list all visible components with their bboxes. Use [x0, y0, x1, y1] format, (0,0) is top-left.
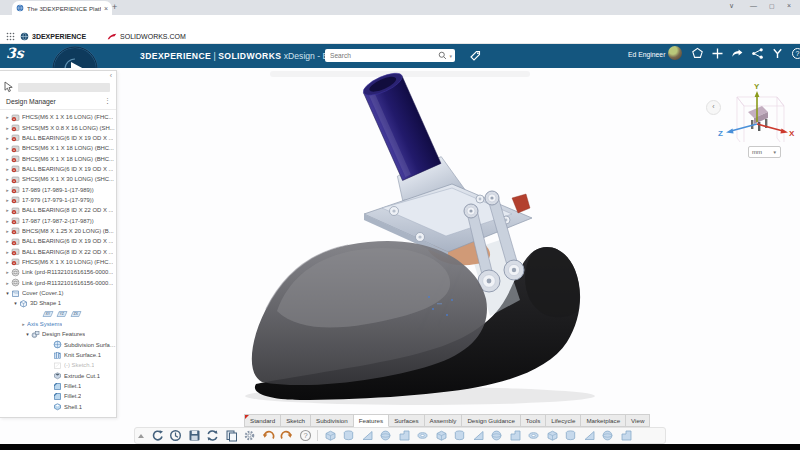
tree-item[interactable]: Shell.1: [0, 402, 117, 412]
tree-item[interactable]: Knit Surface.1: [0, 350, 117, 360]
shell-icon[interactable]: [527, 429, 540, 442]
bookmark-3dexperience[interactable]: 3DEXPERIENCE: [20, 32, 86, 41]
settings-icon[interactable]: [243, 429, 256, 442]
history-icon[interactable]: [169, 429, 182, 442]
ribbon-tab-features[interactable]: Features: [354, 414, 389, 427]
help-icon[interactable]: ?: [299, 429, 312, 442]
panel-menu-icon[interactable]: ⋮: [104, 97, 111, 105]
delete-face-icon[interactable]: [620, 429, 633, 442]
help-icon[interactable]: ?: [791, 47, 800, 60]
tree-item[interactable]: ▸17-987 (17-987-2-(17-987)): [0, 215, 117, 225]
ribbon-tab-subdivision[interactable]: Subdivision: [311, 414, 354, 427]
tree-item[interactable]: ▸BALL BEARING(6 ID X 19 OD X ...: [0, 164, 117, 174]
combine-icon[interactable]: [564, 429, 577, 442]
search-input[interactable]: [328, 51, 436, 60]
tree-item[interactable]: ▸17-979 (17-979-1-(17-979)): [0, 195, 117, 205]
draft-icon[interactable]: [546, 429, 559, 442]
tree-item[interactable]: ▸BALL BEARING(6 ID X 19 OD X ...: [0, 236, 117, 246]
new-tab-button[interactable]: +: [112, 2, 117, 12]
minimize-icon[interactable]: —: [750, 2, 757, 9]
tree-item[interactable]: ▸17-989 (17-989-1-(17-989)): [0, 184, 117, 194]
mirror-icon[interactable]: [472, 429, 485, 442]
tree-item[interactable]: Extrude Cut.1: [0, 371, 117, 381]
move-face-icon[interactable]: [601, 429, 614, 442]
orientation-triad[interactable]: Y X Z: [712, 80, 797, 142]
collaborate-icon[interactable]: [751, 47, 764, 60]
ribbon-tab-marketplace[interactable]: Marketplace: [581, 414, 626, 427]
tree-item[interactable]: ▸BHCS(M6 X 1 X 18 LONG) (BHC...: [0, 153, 117, 163]
loft-icon[interactable]: [435, 429, 448, 442]
fillet-icon[interactable]: [490, 429, 503, 442]
tree-item[interactable]: ▸Axis Systems: [0, 319, 117, 329]
axis-z-label[interactable]: Z: [718, 129, 723, 138]
tree-item[interactable]: ▸BHCS(M8 X 1.25 X 20 LONG) (B...: [0, 226, 117, 236]
user-name[interactable]: Ed Engineer: [628, 51, 665, 58]
add-icon[interactable]: [711, 47, 724, 60]
tab-close-icon[interactable]: ×: [104, 5, 108, 12]
tree-item[interactable]: ▸BHCS(M6 X 1 X 18 LONG) (BHC...: [0, 143, 117, 153]
tag-icon[interactable]: [469, 49, 482, 62]
extrude-icon[interactable]: [379, 429, 392, 442]
units-dropdown[interactable]: mm ▼: [748, 146, 781, 158]
ribbon-tab-surfaces[interactable]: Surfaces: [389, 414, 424, 427]
select-cursor-icon[interactable]: [3, 81, 15, 93]
apps-grid-icon[interactable]: [6, 32, 15, 41]
tree-item[interactable]: (-) Sketch.1: [0, 360, 117, 370]
tree-item[interactable]: ▸BALL BEARING(6 ID X 19 OD X ...: [0, 133, 117, 143]
tree-item[interactable]: Subdivision Surface.1: [0, 340, 117, 350]
ribbon-tab-assembly[interactable]: Assembly: [425, 414, 463, 427]
revolve-icon[interactable]: [398, 429, 411, 442]
tree-item[interactable]: ▸SHCS(M5 X 0.8 X 16 LONG) (SH...: [0, 122, 117, 132]
tree-item[interactable]: Fillet.1: [0, 381, 117, 391]
tree-item[interactable]: ▸FHCS(M6 X 1 X 10 LONG) (FHC...: [0, 257, 117, 267]
undo-icon[interactable]: [262, 429, 275, 442]
tree-item[interactable]: ▸BALL BEARING(8 ID X 22 OD X ...: [0, 246, 117, 256]
import-history-icon[interactable]: [151, 429, 164, 442]
sketch-icon[interactable]: [342, 429, 355, 442]
tree-item[interactable]: ▾3D Shape 1: [0, 298, 117, 308]
panel-toolbar-strip[interactable]: [18, 83, 110, 92]
search-scope-chevron-icon[interactable]: ▾: [449, 53, 452, 59]
tab-search-icon[interactable]: ∨: [729, 2, 734, 10]
browser-tab[interactable]: The 3DEXPERIENCE Platform ×: [12, 1, 112, 15]
share-forward-icon[interactable]: [731, 47, 744, 60]
bookmark-solidworks[interactable]: SOLIDWORKS.COM: [107, 32, 186, 41]
primitive-box-icon[interactable]: [324, 429, 337, 442]
search-box[interactable]: ▾: [325, 49, 455, 62]
ribbon-tab-view[interactable]: View: [626, 414, 650, 427]
tree-item[interactable]: ▸FHCS(M6 X 1 X 16 LONG) (FHC...: [0, 112, 117, 122]
update-icon[interactable]: [206, 429, 219, 442]
axis-x-label[interactable]: X: [789, 129, 795, 138]
tree-item[interactable]: ▸Link (prd-R1132101616156-0000...: [0, 267, 117, 277]
close-icon[interactable]: ×: [787, 2, 791, 9]
sketch-check-icon[interactable]: [361, 429, 374, 442]
ribbon-tab-tools[interactable]: Tools: [521, 414, 546, 427]
tree-item[interactable]: ▸Link (prd-R1132101616156-0000...: [0, 278, 117, 288]
sweep-icon[interactable]: [416, 429, 429, 442]
avatar[interactable]: [668, 46, 682, 60]
tree-item[interactable]: ▾Design Features: [0, 329, 117, 339]
ribbon-tab-standard[interactable]: Standard: [244, 414, 281, 427]
redo-icon[interactable]: [280, 429, 293, 442]
ribbon-tab-lifecycle[interactable]: Lifecycle: [546, 414, 581, 427]
panel-collapse-chevron-icon[interactable]: ‹: [110, 72, 112, 79]
chamfer-icon[interactable]: [509, 429, 522, 442]
swym-icon[interactable]: [771, 47, 784, 60]
tree-item[interactable]: XYYZZX: [0, 309, 117, 319]
axis-y-label[interactable]: Y: [754, 82, 760, 91]
toolbar-collapse-chevron-icon[interactable]: [138, 434, 144, 438]
search-icon[interactable]: [438, 51, 447, 60]
tree-item[interactable]: ▸SHCS(M6 X 1 X 30 LONG) (SHC...: [0, 174, 117, 184]
notifications-icon[interactable]: [691, 47, 704, 60]
tree-item[interactable]: ▸BALL BEARING(8 ID X 22 OD X ...: [0, 205, 117, 215]
save-icon[interactable]: [188, 429, 201, 442]
ribbon-tab-design-guidance[interactable]: Design Guidance: [462, 414, 520, 427]
pattern-icon[interactable]: [453, 429, 466, 442]
maximize-icon[interactable]: ▢: [769, 2, 775, 9]
tree-item[interactable]: Fillet.2: [0, 391, 117, 401]
ribbon-tab-sketch[interactable]: Sketch: [281, 414, 311, 427]
clipboard-icon[interactable]: [225, 429, 238, 442]
3d-viewport-model[interactable]: [118, 68, 800, 415]
split-icon[interactable]: [583, 429, 596, 442]
tree-item[interactable]: ▾Cover (Cover.1): [0, 288, 117, 298]
